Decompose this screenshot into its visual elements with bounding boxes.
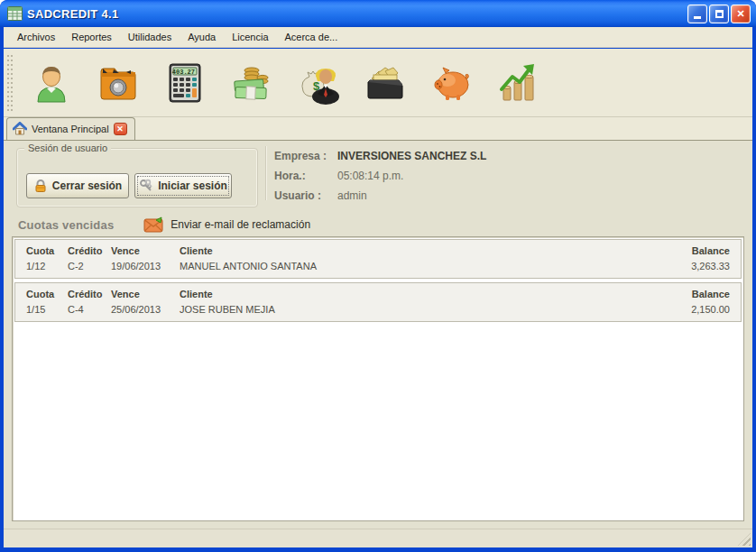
app-window: SADCREDIT 4.1 ✕ Archivos Reportes Utilid…	[0, 0, 756, 552]
tab-close-icon[interactable]: ✕	[114, 123, 127, 135]
maximize-button[interactable]	[709, 5, 729, 23]
card-values: 1/15 C-4 25/06/2013 JOSE RUBEN MEJIA 2,1…	[26, 303, 730, 316]
app-icon	[7, 6, 23, 21]
title-bar[interactable]: SADCREDIT 4.1 ✕	[0, 0, 756, 27]
divider	[265, 146, 266, 200]
credito-value: C-4	[68, 304, 111, 315]
login-button[interactable]: Iniciar sesión	[134, 173, 232, 198]
usuario-label: Usuario :	[274, 189, 334, 202]
cuota-value: 1/12	[26, 261, 68, 271]
stats-icon	[496, 60, 541, 106]
minimize-button[interactable]	[687, 5, 707, 23]
home-icon	[13, 122, 27, 136]
keys-icon	[139, 179, 153, 193]
balance-value: 3,263.33	[649, 261, 730, 271]
vence-value: 19/06/2013	[111, 261, 180, 271]
login-button-label: Iniciar sesión	[158, 179, 227, 192]
menu-utilidades[interactable]: Utilidades	[120, 29, 180, 45]
session-groupbox: Sesión de usuario Cerrar sesión Iniciar …	[16, 148, 258, 207]
tab-label: Ventana Principal	[32, 124, 109, 134]
send-email-button[interactable]: Enviar e-mail de reclamación	[137, 214, 317, 235]
calculator-display: 403.27	[172, 68, 195, 75]
close-button[interactable]: ✕	[731, 5, 751, 23]
card-file-toolbar-button[interactable]	[352, 54, 419, 112]
main-panel: Sesión de usuario Cerrar sesión Iniciar …	[4, 141, 752, 529]
toolbar-drag-handle[interactable]	[6, 54, 13, 112]
window-title: SADCREDIT 4.1	[27, 7, 686, 21]
menu-ayuda[interactable]: Ayuda	[180, 29, 224, 45]
send-email-label: Enviar e-mail de reclamación	[171, 218, 310, 231]
tab-ventana-principal[interactable]: Ventana Principal ✕	[6, 117, 135, 140]
cliente-value: JOSE RUBEN MEJIA	[180, 304, 649, 315]
credito-value: C-2	[68, 261, 111, 271]
tab-strip: Ventana Principal ✕	[4, 117, 752, 141]
balance-value: 2,150.00	[649, 304, 730, 315]
cash-toolbar-button[interactable]	[218, 54, 285, 112]
overdue-card[interactable]: Cuota Crédito Vence Cliente Balance 1/15…	[14, 282, 742, 322]
email-icon	[143, 216, 165, 233]
logout-button-label: Cerrar sesión	[52, 179, 122, 192]
folder-safe-icon	[96, 60, 141, 106]
session-legend: Sesión de usuario	[24, 143, 111, 153]
usuario-value: admin	[334, 189, 367, 202]
resize-grip[interactable]	[738, 533, 751, 546]
menu-acerca-de[interactable]: Acerca de...	[277, 29, 346, 45]
overdue-card[interactable]: Cuota Crédito Vence Cliente Balance 1/12…	[14, 239, 742, 279]
hora-row: Hora.: 05:08:14 p.m.	[274, 170, 403, 182]
menu-reportes[interactable]: Reportes	[63, 29, 120, 45]
empresa-value: INVERSIONES SANCHEZ S.L	[334, 150, 486, 162]
user-icon	[29, 60, 74, 106]
overdue-list[interactable]: Cuota Crédito Vence Cliente Balance 1/12…	[12, 236, 744, 521]
cash-icon	[229, 60, 274, 106]
empresa-label: Empresa :	[274, 150, 334, 162]
client-toolbar-button[interactable]: $	[285, 54, 352, 112]
folder-safe-toolbar-button[interactable]	[85, 54, 152, 112]
menu-licencia[interactable]: Licencia	[224, 29, 276, 45]
calculator-toolbar-button[interactable]: 403.27	[152, 54, 218, 112]
hora-label: Hora.:	[274, 170, 334, 182]
vence-value: 25/06/2013	[111, 304, 180, 315]
overdue-header-bar: Cuotas vencidas Enviar e-mail de reclama…	[18, 213, 317, 236]
card-values: 1/12 C-2 19/06/2013 MANUEL ANTONIO SANTA…	[26, 260, 730, 272]
menu-bar: Archivos Reportes Utilidades Ayuda Licen…	[4, 27, 752, 48]
padlock-icon	[33, 179, 48, 193]
overdue-title: Cuotas vencidas	[18, 218, 114, 232]
hora-value: 05:08:14 p.m.	[334, 170, 403, 182]
usuario-row: Usuario : admin	[274, 189, 367, 202]
stats-toolbar-button[interactable]	[485, 54, 552, 112]
client-moneybag-icon: $	[296, 60, 341, 106]
cuota-value: 1/15	[26, 304, 68, 315]
piggy-bank-toolbar-button[interactable]	[419, 54, 485, 112]
logout-button[interactable]: Cerrar sesión	[26, 173, 129, 198]
status-bar	[4, 529, 752, 547]
calculator-icon: 403.27	[162, 60, 207, 106]
piggy-bank-icon	[429, 60, 475, 106]
cliente-value: MANUEL ANTONIO SANTANA	[180, 261, 649, 271]
user-toolbar-button[interactable]	[18, 54, 85, 112]
card-header: Cuota Crédito Vence Cliente Balance	[26, 244, 730, 260]
card-file-icon	[363, 60, 408, 106]
empresa-row: Empresa : INVERSIONES SANCHEZ S.L	[274, 150, 486, 162]
menu-archivos[interactable]: Archivos	[9, 29, 63, 45]
card-header: Cuota Crédito Vence Cliente Balance	[26, 287, 730, 303]
toolbar: 403.27	[4, 49, 752, 117]
